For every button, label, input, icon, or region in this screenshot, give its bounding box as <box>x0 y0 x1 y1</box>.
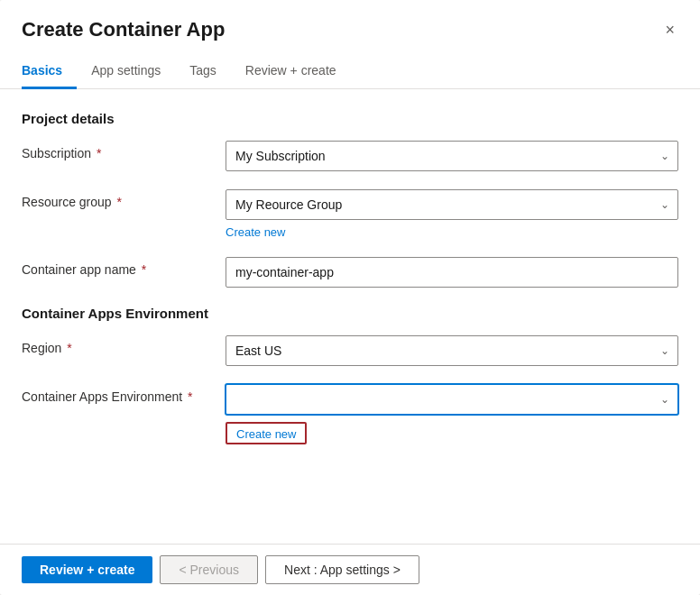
subscription-required: * <box>97 146 101 160</box>
resource-group-required: * <box>117 195 122 209</box>
environment-label: Container Apps Environment <box>22 389 182 404</box>
container-app-name-label: Container app name <box>22 262 136 277</box>
dialog-title: Create Container App <box>22 18 225 41</box>
region-row: Region * East US ⌄ <box>22 335 678 366</box>
region-label: Region <box>22 341 61 355</box>
dialog-header: Create Container App × <box>0 0 700 41</box>
subscription-select[interactable]: My Subscription <box>226 141 678 171</box>
review-create-button[interactable]: Review + create <box>22 556 152 583</box>
project-details-title: Project details <box>22 111 678 126</box>
container-apps-env-section: Container Apps Environment Region * East… <box>22 306 678 444</box>
container-app-name-required: * <box>142 262 146 277</box>
subscription-row: Subscription * My Subscription ⌄ <box>22 141 678 171</box>
environment-row: Container Apps Environment * ⌄ Create ne… <box>22 384 678 444</box>
tab-review-create[interactable]: Review + create <box>231 56 351 89</box>
container-apps-env-title: Container Apps Environment <box>22 306 678 321</box>
resource-group-select[interactable]: My Reource Group <box>226 189 678 220</box>
container-app-name-row: Container app name * <box>22 257 678 288</box>
region-select[interactable]: East US <box>226 335 678 366</box>
region-required: * <box>67 341 71 355</box>
project-details-section: Project details Subscription * My Subscr… <box>22 111 678 288</box>
environment-create-new-link[interactable]: Create new <box>236 427 296 441</box>
resource-group-label: Resource group <box>22 195 112 209</box>
tab-bar: Basics App settings Tags Review + create <box>0 41 700 89</box>
previous-button[interactable]: < Previous <box>160 555 258 584</box>
environment-required: * <box>188 389 192 404</box>
tab-app-settings[interactable]: App settings <box>77 56 175 89</box>
dialog-footer: Review + create < Previous Next : App se… <box>0 544 700 595</box>
resource-group-select-wrapper: My Reource Group ⌄ <box>226 189 678 220</box>
subscription-select-wrapper: My Subscription ⌄ <box>226 141 678 171</box>
dialog-body: Project details Subscription * My Subscr… <box>0 89 700 544</box>
create-container-app-dialog: Create Container App × Basics App settin… <box>0 0 700 595</box>
tab-tags[interactable]: Tags <box>175 56 231 89</box>
environment-select[interactable] <box>226 384 678 415</box>
next-button[interactable]: Next : App settings > <box>265 555 419 584</box>
environment-select-wrapper: ⌄ <box>226 384 678 415</box>
resource-group-row: Resource group * My Reource Group ⌄ Crea… <box>22 189 678 239</box>
container-app-name-input[interactable] <box>226 257 678 288</box>
environment-create-new-box: Create new <box>226 422 307 444</box>
resource-group-create-new-link[interactable]: Create new <box>226 225 678 239</box>
tab-basics[interactable]: Basics <box>22 56 77 89</box>
region-select-wrapper: East US ⌄ <box>226 335 678 366</box>
close-button[interactable]: × <box>661 18 678 41</box>
subscription-label: Subscription <box>22 146 91 160</box>
environment-create-new-wrapper: Create new <box>226 422 678 444</box>
